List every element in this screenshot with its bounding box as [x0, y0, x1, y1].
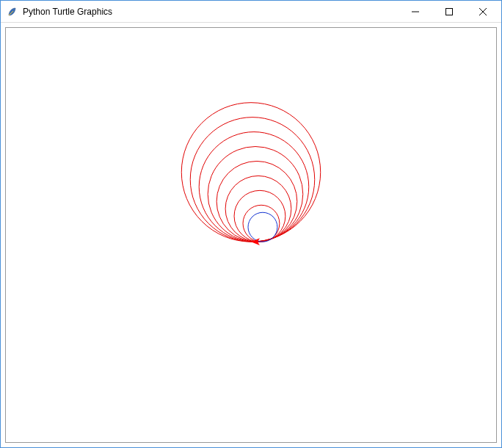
window-controls [399, 1, 500, 23]
red-circle [190, 118, 314, 242]
red-circle [199, 132, 309, 242]
red-circle [208, 147, 303, 242]
red-circle [181, 103, 320, 242]
red-circle [217, 161, 297, 242]
feather-icon [7, 6, 18, 18]
canvas-frame [5, 27, 497, 443]
client-area [1, 23, 501, 447]
turtle-canvas [6, 28, 496, 445]
blue-circle [248, 212, 277, 242]
svg-rect-1 [446, 8, 453, 15]
maximize-button[interactable] [432, 1, 466, 23]
close-button[interactable] [466, 1, 500, 23]
window-title: Python Turtle Graphics [23, 7, 399, 17]
minimize-button[interactable] [399, 1, 432, 23]
titlebar: Python Turtle Graphics [1, 1, 501, 23]
